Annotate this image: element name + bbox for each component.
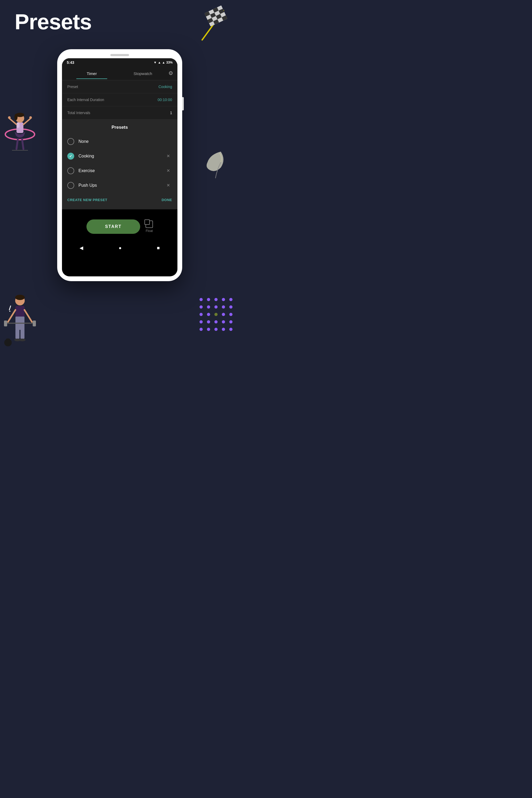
create-preset-button[interactable]: CREATE NEW PRESET bbox=[67, 198, 108, 202]
dot bbox=[214, 313, 217, 316]
interval-duration-row[interactable]: Each Interval Duration 00:10:00 bbox=[62, 93, 177, 107]
page-title: Presets bbox=[15, 9, 92, 34]
phone-screen: 5:43 ▼ ▲ ▲ 33% Timer Stopwatch ⚙ Preset … bbox=[62, 58, 177, 277]
preset-name-none: None bbox=[78, 139, 172, 144]
signal-bars: ▲ bbox=[162, 61, 165, 64]
presets-modal-title: Presets bbox=[62, 119, 177, 134]
svg-rect-34 bbox=[4, 321, 7, 326]
tab-stopwatch[interactable]: Stopwatch bbox=[117, 68, 168, 79]
phone-frame: 5:43 ▼ ▲ ▲ 33% Timer Stopwatch ⚙ Preset … bbox=[57, 49, 182, 281]
dot bbox=[222, 298, 225, 301]
dot bbox=[200, 328, 203, 331]
dot bbox=[222, 328, 225, 331]
total-intervals-label: Total Intervals bbox=[67, 111, 90, 115]
preset-radio-pushups[interactable] bbox=[67, 182, 74, 189]
list-item[interactable]: None bbox=[62, 134, 177, 149]
nav-tabs: Timer Stopwatch ⚙ bbox=[62, 66, 177, 80]
dot bbox=[229, 305, 232, 308]
status-time: 5:43 bbox=[67, 60, 74, 65]
signal-icon: ▲ bbox=[158, 61, 161, 64]
dot bbox=[207, 328, 210, 331]
weightlifter-illustration bbox=[3, 290, 37, 343]
dot bbox=[200, 298, 203, 301]
svg-line-31 bbox=[8, 310, 15, 322]
dot bbox=[214, 328, 217, 331]
svg-point-24 bbox=[15, 295, 25, 300]
dot bbox=[222, 320, 225, 323]
done-button[interactable]: DONE bbox=[162, 198, 172, 202]
dot bbox=[229, 328, 232, 331]
list-item[interactable]: Push Ups ✕ bbox=[62, 178, 177, 193]
phone-side-button bbox=[182, 97, 184, 110]
total-intervals-row[interactable]: Total Intervals 1 bbox=[62, 107, 177, 119]
preset-radio-exercise[interactable] bbox=[67, 167, 74, 174]
svg-rect-35 bbox=[33, 321, 36, 326]
status-bar: 5:43 ▼ ▲ ▲ 33% bbox=[62, 58, 177, 66]
svg-rect-28 bbox=[20, 328, 24, 339]
dot bbox=[222, 305, 225, 308]
dot bbox=[214, 305, 217, 308]
float-icon bbox=[146, 221, 153, 228]
home-button[interactable]: ● bbox=[119, 245, 121, 251]
system-nav-bar: ◀ ● ■ bbox=[62, 241, 177, 255]
svg-line-38 bbox=[9, 306, 11, 310]
svg-rect-27 bbox=[15, 328, 19, 339]
hula-person-illustration bbox=[3, 101, 37, 154]
flag-decoration bbox=[194, 5, 231, 42]
list-item[interactable]: Cooking ✕ bbox=[62, 149, 177, 163]
dot bbox=[229, 298, 232, 301]
svg-rect-25 bbox=[15, 306, 24, 318]
preset-name-exercise: Exercise bbox=[78, 168, 165, 173]
timer-settings-panel: Preset Cooking Each Interval Duration 00… bbox=[62, 80, 177, 119]
svg-point-18 bbox=[29, 116, 32, 119]
dot bbox=[214, 298, 217, 301]
svg-rect-22 bbox=[17, 122, 19, 128]
dot bbox=[207, 305, 210, 308]
phone-speaker bbox=[110, 54, 129, 56]
delete-cooking-button[interactable]: ✕ bbox=[165, 152, 172, 159]
tab-timer[interactable]: Timer bbox=[66, 68, 117, 79]
status-icons: ▼ ▲ ▲ 33% bbox=[153, 61, 173, 64]
svg-line-19 bbox=[17, 139, 18, 149]
dot bbox=[200, 313, 203, 316]
float-button[interactable]: Float bbox=[146, 221, 153, 233]
float-label: Float bbox=[146, 229, 153, 233]
start-button[interactable]: START bbox=[87, 220, 140, 234]
dot bbox=[229, 313, 232, 316]
svg-point-39 bbox=[9, 311, 11, 312]
delete-exercise-button[interactable]: ✕ bbox=[165, 167, 172, 174]
presets-modal: Presets None Cooking ✕ Exercise ✕ bbox=[62, 119, 177, 209]
leaf-decoration bbox=[205, 149, 226, 181]
bottom-action-area: START Float bbox=[62, 209, 177, 241]
phone-body: 5:43 ▼ ▲ ▲ 33% Timer Stopwatch ⚙ Preset … bbox=[57, 49, 182, 281]
svg-line-16 bbox=[23, 118, 31, 125]
preset-value: Cooking bbox=[158, 84, 172, 89]
preset-radio-none[interactable] bbox=[67, 138, 74, 145]
phone-speaker-area bbox=[62, 54, 177, 56]
svg-point-36 bbox=[4, 339, 12, 346]
preset-name-pushups: Push Ups bbox=[78, 183, 165, 188]
dot bbox=[207, 313, 210, 316]
back-button[interactable]: ◀ bbox=[79, 245, 83, 251]
dot bbox=[222, 313, 225, 316]
delete-pushups-button[interactable]: ✕ bbox=[165, 182, 172, 189]
svg-line-32 bbox=[24, 310, 32, 322]
interval-label: Each Interval Duration bbox=[67, 98, 104, 102]
svg-line-20 bbox=[22, 139, 23, 149]
recents-button[interactable]: ■ bbox=[157, 245, 160, 251]
dot bbox=[207, 320, 210, 323]
dot bbox=[207, 298, 210, 301]
preset-row[interactable]: Preset Cooking bbox=[62, 80, 177, 93]
list-item[interactable]: Exercise ✕ bbox=[62, 163, 177, 178]
battery-level: 33% bbox=[166, 61, 173, 64]
svg-point-30 bbox=[19, 339, 25, 341]
svg-point-17 bbox=[8, 116, 11, 119]
dot bbox=[229, 320, 232, 323]
total-intervals-value: 1 bbox=[170, 111, 172, 115]
preset-radio-cooking[interactable] bbox=[67, 153, 74, 159]
dots-decoration bbox=[200, 298, 234, 332]
preset-name-cooking: Cooking bbox=[78, 154, 165, 158]
preset-label: Preset bbox=[67, 84, 78, 89]
dot bbox=[214, 320, 217, 323]
settings-icon[interactable]: ⚙ bbox=[168, 66, 173, 80]
